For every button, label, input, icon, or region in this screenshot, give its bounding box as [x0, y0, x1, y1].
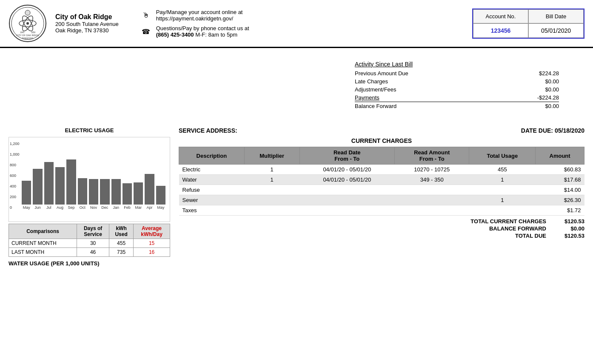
- chart-bar-wrap: May: [22, 181, 31, 210]
- balance-forward-value: $0.00: [525, 103, 559, 109]
- chart-bar-wrap: Feb: [123, 183, 132, 210]
- totals-section: TOTAL CURRENT CHARGES$120.53BALANCE FORW…: [179, 218, 584, 239]
- account-no-label: Account No.: [473, 9, 528, 23]
- previous-amount-label: Previous Amount Due: [355, 70, 408, 77]
- payments-label: Payments: [355, 94, 379, 101]
- charges-cell: $60.83: [536, 165, 584, 175]
- chart-bar-label: May: [157, 205, 164, 210]
- charges-cell: 349 - 350: [395, 175, 469, 185]
- charges-cell: [395, 185, 469, 195]
- table-row: Refuse$14.00: [179, 185, 584, 195]
- charges-cell: Sewer: [179, 195, 245, 205]
- late-charges-value: $0.00: [525, 78, 559, 85]
- chart-title: ELECTRIC USAGE: [9, 127, 170, 134]
- phone-icon: ☎: [140, 26, 152, 37]
- chart-bar: [22, 181, 31, 205]
- charges-cell: [469, 205, 536, 216]
- service-address-label: SERVICE ADDRESS:: [179, 127, 237, 134]
- chart-bar-label: Jan: [113, 205, 119, 210]
- comp-header-days: Days ofService: [77, 224, 109, 239]
- bottom-section: ELECTRIC USAGE 1,200 1,000 800 600 400 2…: [9, 123, 584, 271]
- charges-cell: Taxes: [179, 205, 245, 216]
- charges-cell: [244, 195, 299, 205]
- late-charges-label: Late Charges: [355, 78, 388, 85]
- svg-text:1959: 1959: [31, 31, 36, 34]
- charges-cell: [395, 195, 469, 205]
- bill-date-label: Bill Date: [528, 9, 584, 23]
- charges-cell: [395, 205, 469, 216]
- table-row: LAST MONTH4673516: [9, 248, 170, 257]
- activity-title: Activity Since Last Bill: [355, 61, 559, 68]
- total-value: $120.53: [555, 233, 584, 239]
- chart-bar: [66, 159, 76, 205]
- col-multiplier: Multiplier: [244, 147, 299, 165]
- charges-table: Description Multiplier Read DateFrom - T…: [179, 147, 584, 216]
- total-value: $0.00: [555, 225, 584, 232]
- activity-table: Activity Since Last Bill Previous Amount…: [355, 61, 559, 110]
- table-row: Water104/01/20 - 05/01/20349 - 3501$17.6…: [179, 175, 584, 185]
- charges-cell: [299, 185, 395, 195]
- charges-cell: [244, 205, 299, 216]
- chart-bar-label: Apr: [147, 205, 153, 210]
- comp-cell: 46: [77, 248, 109, 257]
- charges-cell: [469, 185, 536, 195]
- account-box-values: 123456 05/01/2020: [473, 23, 584, 38]
- phone-hours: M-F: 8am to 5pm: [195, 31, 237, 38]
- chart-bar-label: Aug: [57, 205, 63, 210]
- comp-cell: 30: [77, 239, 109, 248]
- account-no-value: 123456: [473, 23, 528, 38]
- bill-date-value: 05/01/2020: [528, 23, 584, 38]
- chart-bar-wrap: Apr: [145, 174, 154, 210]
- charges-cell: 1: [244, 165, 299, 175]
- chart-bar: [44, 162, 54, 205]
- charges-cell: $26.30: [536, 195, 584, 205]
- total-value: $120.53: [555, 218, 584, 225]
- charges-cell: Water: [179, 175, 245, 185]
- chart-bar-wrap: May: [156, 186, 165, 210]
- chart-bar-label: Feb: [124, 205, 131, 210]
- svg-text:TENNESSEE: TENNESSEE: [22, 37, 33, 40]
- date-due: DATE DUE: 05/18/2020: [521, 127, 584, 134]
- chart-section: ELECTRIC USAGE 1,200 1,000 800 600 400 2…: [9, 127, 170, 267]
- chart-bar-wrap: Jul: [44, 162, 54, 210]
- svg-text:1945: 1945: [20, 31, 25, 34]
- table-row: Taxes$1.72: [179, 205, 584, 216]
- contact-info: 🖱 Pay/Manage your account online at http…: [140, 9, 464, 38]
- service-date-row: SERVICE ADDRESS: DATE DUE: 05/18/2020: [179, 127, 584, 134]
- svg-point-6: [26, 22, 29, 25]
- chart-bar-label: Jul: [46, 205, 51, 210]
- chart-bar-wrap: Jan: [111, 179, 121, 210]
- chart-bar-label: Jun: [34, 205, 41, 210]
- chart-bar-wrap: Oct: [78, 178, 87, 210]
- table-row: CURRENT MONTH3045515: [9, 239, 170, 248]
- chart-bar: [33, 169, 42, 205]
- charges-cell: $14.00: [536, 185, 584, 195]
- activity-row-previous: Previous Amount Due $224.28: [355, 69, 559, 77]
- right-section: SERVICE ADDRESS: DATE DUE: 05/18/2020 CU…: [179, 127, 584, 267]
- computer-icon: 🖱: [140, 9, 152, 21]
- charges-cell: $17.68: [536, 175, 584, 185]
- activity-row-late: Late Charges $0.00: [355, 77, 559, 85]
- current-charges-title: CURRENT CHARGES: [179, 137, 584, 144]
- chart-bar: [156, 186, 165, 205]
- activity-row-balance: Balance Forward $0.00: [355, 102, 559, 110]
- chart-bar-wrap: Nov: [89, 179, 98, 210]
- chart-bar-label: May: [23, 205, 30, 210]
- total-label: TOTAL DUE: [515, 233, 546, 239]
- chart-bar-label: Dec: [101, 205, 108, 210]
- online-text: Pay/Manage your account online at https:…: [156, 9, 243, 22]
- page-header: CITY OF OAK RIDGE TENNESSEE 1945 1959 Ci…: [0, 0, 593, 48]
- charges-cell: 04/01/20 - 05/01/20: [299, 175, 395, 185]
- chart-bar: [134, 182, 143, 205]
- charges-cell: 10270 - 10725: [395, 165, 469, 175]
- chart-bar: [55, 167, 65, 205]
- chart-bar: [89, 179, 98, 205]
- total-label: TOTAL CURRENT CHARGES: [470, 218, 546, 225]
- water-usage-label: WATER USAGE (PER 1,000 UNITS): [9, 260, 170, 267]
- payments-value: -$224.28: [525, 94, 559, 101]
- activity-row-payments: Payments -$224.28: [355, 94, 559, 102]
- online-payment-row: 🖱 Pay/Manage your account online at http…: [140, 9, 464, 22]
- y-axis: 1,200 1,000 800 600 400 200 0: [9, 142, 20, 210]
- chart-bar: [123, 183, 132, 205]
- comp-header-comparisons: Comparisons: [9, 224, 77, 239]
